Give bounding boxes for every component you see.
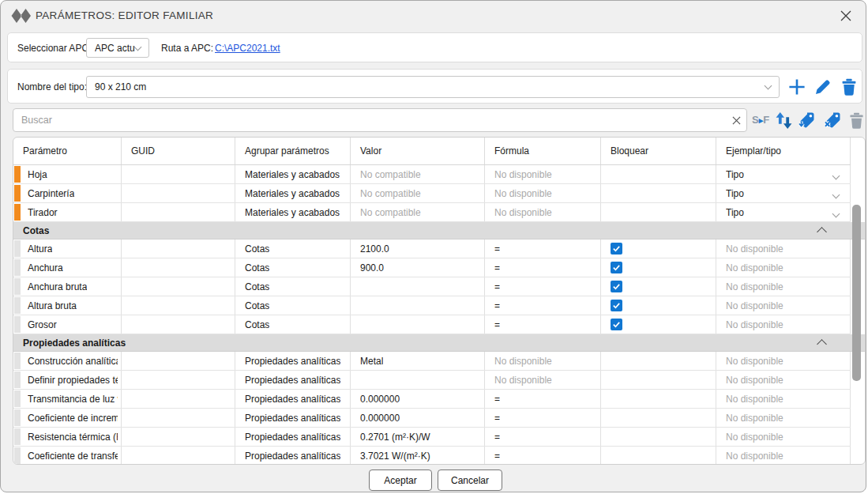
value-cell[interactable]	[351, 315, 485, 334]
lock-checkbox-checked[interactable]	[611, 281, 622, 292]
column-header-valor[interactable]: Valor	[351, 138, 485, 164]
lock-checkbox-checked[interactable]	[611, 319, 622, 330]
type-name-select[interactable]: 90 x 210 cm	[86, 76, 780, 98]
lock-cell[interactable]	[601, 277, 716, 296]
parameter-name-cell[interactable]: Altura	[13, 239, 122, 258]
value-cell[interactable]: 0.000000	[351, 409, 485, 427]
parameter-name-cell[interactable]: Anchura	[13, 258, 122, 277]
value-cell[interactable]: 900.0	[351, 258, 485, 277]
lock-checkbox-checked[interactable]	[611, 243, 622, 255]
remove-parameters-tag-icon[interactable]	[824, 111, 842, 130]
lock-cell[interactable]	[601, 239, 716, 258]
column-header-agrupar[interactable]: Agrupar parámetros	[235, 138, 351, 164]
value-cell[interactable]	[351, 277, 485, 296]
table-row[interactable]: Construcción analíticaPropiedades analít…	[13, 352, 851, 371]
search-input[interactable]	[13, 115, 726, 126]
apc-path-link[interactable]: C:\APC2021.txt	[215, 43, 280, 54]
table-row[interactable]: HojaMateriales y acabadosNo compatibleNo…	[13, 165, 851, 184]
guid-cell[interactable]	[122, 239, 235, 258]
table-row[interactable]: Resistencia térmica (R)Propiedades analí…	[13, 428, 851, 447]
collapse-chevron-icon[interactable]	[817, 227, 827, 237]
guid-cell[interactable]	[122, 296, 235, 315]
accept-button[interactable]: Aceptar	[369, 469, 432, 491]
value-cell[interactable]: 0.2701 (m²·K)/W	[351, 428, 485, 446]
guid-cell[interactable]	[122, 258, 235, 277]
table-row[interactable]: AlturaCotas2100.0=No disponible	[13, 239, 851, 258]
formula-cell[interactable]: =	[485, 239, 601, 258]
guid-cell[interactable]	[122, 428, 235, 446]
guid-cell[interactable]	[122, 409, 235, 427]
column-header-formula[interactable]: Fórmula	[485, 138, 601, 164]
instance-type-cell[interactable]: Tipo	[716, 203, 851, 221]
parameter-name-cell[interactable]: Coeficiente de incremen	[13, 409, 122, 427]
guid-cell[interactable]	[122, 371, 235, 389]
table-row[interactable]: Coeficiente de transferePropiedades anal…	[13, 447, 851, 465]
parameter-name-cell[interactable]: Hoja	[13, 165, 122, 183]
guid-cell[interactable]	[122, 203, 235, 221]
parameter-name-cell[interactable]: Transmitancia de luz visi	[13, 390, 122, 408]
parameter-name-cell[interactable]: Construcción analítica	[13, 352, 122, 370]
lock-cell[interactable]	[601, 315, 716, 334]
column-header-bloquear[interactable]: Bloquear	[601, 138, 716, 164]
formula-cell[interactable]: =	[485, 258, 601, 277]
instance-type-cell[interactable]: Tipo	[716, 165, 851, 183]
formula-cell[interactable]: =	[485, 390, 601, 408]
value-cell[interactable]: 0.000000	[351, 390, 485, 408]
table-row[interactable]: GrosorCotas=No disponible	[13, 315, 851, 334]
table-row[interactable]: Anchura brutaCotas=No disponible	[13, 277, 851, 296]
formula-cell[interactable]: =	[485, 428, 601, 446]
table-row[interactable]: Coeficiente de incremenPropiedades analí…	[13, 409, 851, 428]
parameter-name-cell[interactable]: Coeficiente de transfere	[13, 447, 122, 465]
formula-cell[interactable]: =	[485, 296, 601, 315]
column-header-guid[interactable]: GUID	[122, 138, 235, 164]
table-row[interactable]: Definir propiedades térmPropiedades anal…	[13, 371, 851, 390]
table-row[interactable]: CarpinteríaMateriales y acabadosNo compa…	[13, 184, 851, 203]
edit-type-button[interactable]	[814, 77, 832, 96]
parameter-name-cell[interactable]: Tirador	[13, 203, 122, 221]
lock-checkbox-checked[interactable]	[611, 262, 622, 273]
collapse-chevron-icon[interactable]	[817, 339, 827, 349]
parameter-name-cell[interactable]: Resistencia térmica (R)	[13, 428, 122, 446]
apc-select[interactable]: APC actual	[86, 38, 149, 58]
formula-cell[interactable]: =	[485, 409, 601, 427]
clear-search-icon[interactable]	[726, 109, 746, 131]
value-cell[interactable]	[351, 371, 485, 389]
lock-cell[interactable]	[601, 296, 716, 315]
value-cell[interactable]: 3.7021 W/(m²·K)	[351, 447, 485, 465]
shared-to-family-toggle[interactable]: S▸F	[752, 114, 769, 126]
lock-cell[interactable]	[601, 258, 716, 277]
parameter-name-cell[interactable]: Anchura bruta	[13, 277, 122, 296]
guid-cell[interactable]	[122, 390, 235, 408]
delete-parameter-icon[interactable]	[847, 111, 866, 130]
table-row[interactable]: Altura brutaCotas=No disponible	[13, 296, 851, 315]
close-icon[interactable]	[840, 9, 852, 22]
parameter-name-cell[interactable]: Definir propiedades térm	[13, 371, 122, 389]
section-header-row[interactable]: Cotas	[13, 222, 866, 239]
formula-cell[interactable]: =	[485, 447, 601, 465]
import-parameters-tag-icon[interactable]	[798, 111, 816, 130]
formula-cell[interactable]: =	[485, 315, 601, 334]
guid-cell[interactable]	[122, 184, 235, 202]
table-row[interactable]: TiradorMateriales y acabadosNo compatibl…	[13, 203, 851, 222]
add-type-button[interactable]	[787, 77, 806, 96]
table-row[interactable]: Transmitancia de luz visiPropiedades ana…	[13, 390, 851, 409]
lock-checkbox-checked[interactable]	[611, 300, 622, 311]
value-cell[interactable]: 2100.0	[351, 239, 485, 258]
value-cell[interactable]: Metal	[351, 352, 485, 370]
sort-parameters-icon[interactable]	[775, 111, 793, 130]
cancel-button[interactable]: Cancelar	[438, 469, 502, 491]
guid-cell[interactable]	[122, 165, 235, 183]
delete-type-button[interactable]	[840, 77, 859, 96]
guid-cell[interactable]	[122, 447, 235, 465]
parameter-name-cell[interactable]: Carpintería	[13, 184, 122, 202]
formula-cell[interactable]: =	[485, 277, 601, 296]
guid-cell[interactable]	[122, 352, 235, 370]
parameter-name-cell[interactable]: Grosor	[13, 315, 122, 334]
guid-cell[interactable]	[122, 277, 235, 296]
section-header-row[interactable]: Propiedades analíticas	[13, 334, 866, 352]
value-cell[interactable]	[351, 296, 485, 315]
instance-type-cell[interactable]: Tipo	[716, 184, 851, 202]
parameter-name-cell[interactable]: Altura bruta	[13, 296, 122, 315]
column-header-parametro[interactable]: Parámetro	[13, 138, 122, 164]
table-row[interactable]: AnchuraCotas900.0=No disponible	[13, 258, 851, 277]
